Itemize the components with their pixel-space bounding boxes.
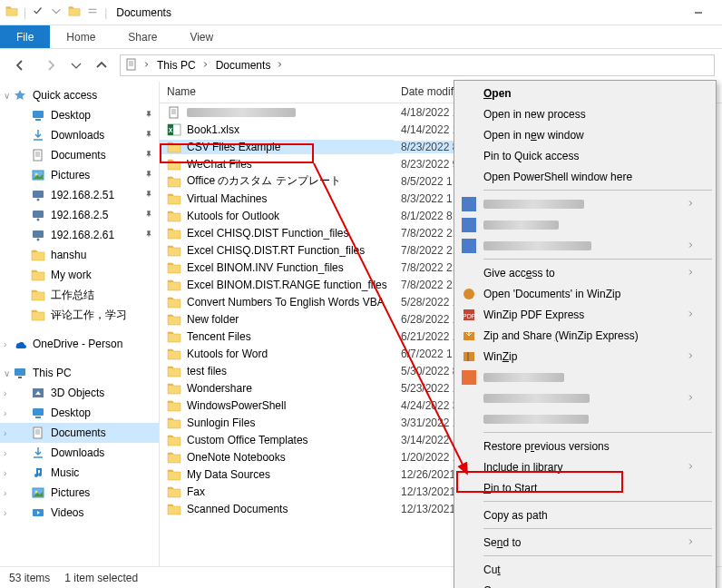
file-name: Scanned Documents [187, 503, 288, 515]
nav-item[interactable]: Downloads [0, 125, 159, 145]
submenu-arrow-icon [687, 392, 696, 405]
caret-icon[interactable]: › [4, 448, 6, 458]
context-menu-item[interactable]: Zip and Share (WinZip Express) [456, 325, 714, 346]
breadcrumb-documents[interactable]: Documents [214, 59, 273, 72]
menu-label: WinZip PDF Express [483, 309, 584, 321]
nav-item[interactable]: My work [0, 265, 159, 285]
context-menu-item[interactable] [456, 387, 714, 408]
context-menu-item[interactable]: Send to [456, 532, 714, 553]
menu-separator [483, 190, 712, 191]
svg-rect-22 [462, 370, 476, 385]
context-menu-item[interactable]: WinZip [456, 346, 714, 367]
tab-file[interactable]: File [0, 25, 50, 48]
menu-label: Pin to Start [483, 482, 537, 495]
context-menu-item[interactable]: Open 'Documents' in WinZip [456, 283, 714, 304]
caret-icon[interactable]: › [4, 388, 6, 398]
nav-this-pc[interactable]: ∨ This PC [0, 363, 159, 383]
caret-icon[interactable]: › [4, 488, 6, 498]
context-menu-item[interactable] [456, 408, 714, 429]
nav-label: Downloads [51, 129, 104, 142]
menu-label: Open 'Documents' in WinZip [483, 288, 620, 300]
context-menu-item[interactable]: Open [456, 83, 714, 103]
nav-item[interactable]: 评论工作，学习 [0, 305, 159, 325]
folder-icon [167, 243, 181, 258]
menu-label: Pin to Quick access [483, 150, 579, 162]
file-name: Excel CHISQ.DIST Function_files [187, 227, 349, 240]
file-name: Kutools for Word [187, 348, 268, 360]
nav-item[interactable]: 192.168.2.61 [0, 225, 159, 245]
nav-up-button[interactable] [89, 53, 114, 78]
context-menu-item[interactable]: Open in new process [456, 103, 714, 124]
nav-history-button[interactable] [69, 53, 83, 78]
menu-label: WinZip [483, 350, 517, 363]
menu-label: Copy [483, 584, 509, 589]
nav-item[interactable]: hanshu [0, 245, 159, 265]
nav-back-button[interactable] [7, 53, 33, 78]
caret-icon[interactable]: ∨ [4, 91, 10, 101]
nav-onedrive[interactable]: › OneDrive - Person [0, 334, 159, 354]
properties-icon[interactable] [32, 5, 44, 20]
address-bar[interactable]: This PC Documents [120, 54, 715, 76]
file-name: Tencent Files [187, 330, 251, 343]
context-menu-item[interactable] [456, 214, 714, 235]
nav-item[interactable]: › Documents [0, 423, 159, 443]
nav-quick-access[interactable]: ∨ Quick access [0, 85, 159, 105]
nav-item[interactable]: › 3D Objects [0, 383, 159, 403]
context-menu-item[interactable]: Copy [456, 580, 714, 588]
nav-item[interactable]: › Downloads [0, 443, 159, 463]
nav-item[interactable]: › Music [0, 463, 159, 483]
caret-icon[interactable]: › [4, 468, 6, 478]
chevron-icon[interactable] [142, 59, 151, 72]
context-menu-item[interactable]: Open in new window [456, 124, 714, 145]
context-menu-item[interactable]: Pin to Start [456, 477, 714, 498]
nav-item[interactable]: Pictures [0, 165, 159, 185]
tab-home[interactable]: Home [50, 25, 112, 48]
nav-item[interactable]: 192.168.2.5 [0, 205, 159, 225]
qat-expand-icon[interactable] [86, 5, 99, 20]
caret-icon[interactable]: › [4, 428, 6, 438]
tab-share[interactable]: Share [112, 25, 173, 48]
pin-icon [144, 150, 153, 161]
new-folder-icon[interactable] [68, 5, 81, 20]
nav-item[interactable]: › Videos [0, 503, 159, 523]
nav-item[interactable]: 工作总结 [0, 285, 159, 305]
chevron-icon[interactable] [201, 59, 210, 72]
context-menu-item[interactable] [456, 235, 714, 256]
qat-chevron-icon[interactable] [50, 5, 63, 20]
context-menu-item[interactable] [456, 193, 714, 214]
context-menu-item[interactable]: Copy as path [456, 505, 714, 525]
folder-icon [167, 174, 181, 189]
file-name: CSV Files Example [187, 141, 280, 153]
caret-icon[interactable]: › [4, 408, 6, 418]
context-menu-item[interactable]: Give access to [456, 262, 714, 283]
chevron-icon[interactable] [276, 59, 285, 72]
context-menu-item[interactable]: PDF WinZip PDF Express [456, 304, 714, 325]
caret-icon[interactable]: › [4, 508, 6, 518]
caret-icon[interactable]: ∨ [4, 368, 10, 378]
blurred-text [483, 415, 589, 424]
col-name[interactable]: Name [160, 82, 394, 103]
context-menu-item[interactable]: Cut [456, 559, 714, 580]
tab-view[interactable]: View [173, 25, 229, 48]
nav-item[interactable]: Desktop [0, 105, 159, 125]
svg-text:PDF: PDF [463, 313, 475, 319]
context-menu-item[interactable]: Pin to Quick access [456, 145, 714, 166]
context-menu-item[interactable]: Restore previous versions [456, 436, 714, 456]
nav-item[interactable]: Documents [0, 145, 159, 165]
nav-item[interactable]: › Desktop [0, 403, 159, 423]
folder-icon [167, 416, 181, 430]
context-menu-item[interactable]: Open PowerShell window here [456, 166, 714, 187]
folder-icon [5, 5, 18, 20]
nav-forward-button[interactable] [38, 53, 63, 78]
caret-icon[interactable]: › [4, 339, 6, 349]
file-name: Book1.xlsx [187, 123, 239, 136]
nav-item[interactable]: › Pictures [0, 483, 159, 503]
context-menu-item[interactable]: Include in library [456, 456, 714, 477]
breadcrumb-this-pc[interactable]: This PC [155, 59, 198, 72]
nav-label: Desktop [51, 109, 91, 122]
minimize-button[interactable] [680, 0, 717, 25]
folder-icon [167, 398, 181, 413]
context-menu-item[interactable] [456, 367, 714, 387]
xlsx-icon [167, 122, 181, 137]
nav-item[interactable]: 192.168.2.51 [0, 185, 159, 205]
